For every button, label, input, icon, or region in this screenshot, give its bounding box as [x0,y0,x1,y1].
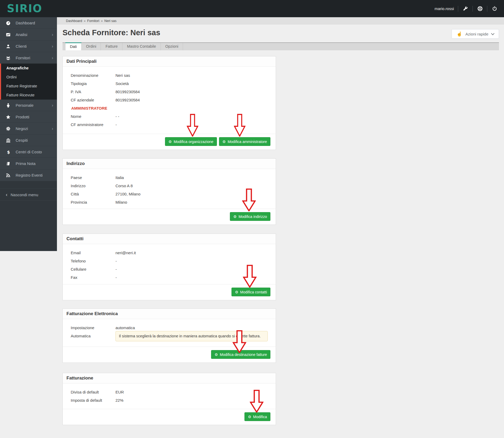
panel-dati-principali: Dati Principali Denominazione Neri sas T… [63,56,276,150]
tachometer-icon [6,21,11,25]
field-label: Fax [71,275,115,280]
breadcrumb-fornitori[interactable]: Fornitori [87,19,99,23]
sidebar-item-personale[interactable]: Personale › [0,100,57,111]
life-ring-icon[interactable] [477,6,483,12]
chevron-right-icon: › [52,56,53,60]
breadcrumb-dashboard[interactable]: Dashboard [66,19,82,23]
sidebar-item-fornitori[interactable]: Fornitori › [0,52,57,64]
chevron-down-icon [491,32,494,35]
divider [458,6,458,12]
modifica-button[interactable]: ⚙ Modifica [244,412,270,421]
field-label: Indirizzo [71,184,115,188]
quick-actions-button[interactable]: ☝ Azioni rapide [452,29,499,39]
sidebar-item-label: Analisi [16,32,52,37]
amministratore-section-heading: AMMINISTRATORE [71,106,268,110]
field-label: Email [71,251,115,255]
field-value: 80199230584 [115,98,268,102]
modifica-destinazione-fatture-button[interactable]: ⚙ Modifica destinazione fatture [211,350,270,359]
gear-icon [6,126,11,131]
header-right-toolbar: mario.rossi [435,6,504,12]
field-row: Cellulare - [71,267,268,271]
field-row: Automatica Il sistema sceglierà la desti… [71,334,268,341]
gear-icon: ⚙ [235,290,238,294]
breadcrumb-separator: » [101,19,103,23]
sidebar-item-dashboard[interactable]: Dashboard [0,17,57,29]
tab-bar: Dati Ordini Fatture Mastro Contabile Opz… [63,42,499,50]
button-label: Modifica indirizzo [239,215,267,218]
field-row: Fax - [71,275,268,280]
modifica-organizzazione-button[interactable]: ⚙ Modifica organizzazione [165,137,217,146]
gear-icon: ⚙ [168,140,172,144]
submenu-item-fatture-registrate[interactable]: Fatture Registrate [1,82,57,91]
quick-actions-label: Azioni rapide [465,32,488,36]
app-logo[interactable]: SIRIO [0,0,57,17]
field-value: - [115,122,268,127]
breadcrumb: Dashboard » Fornitori » Neri sas [57,17,504,25]
field-label: CF aziendale [71,98,115,102]
sidebar-item-prodotti[interactable]: Prodotti [0,111,57,123]
gear-icon: ⚙ [248,415,251,419]
logged-user-name[interactable]: mario.rossi [435,6,454,11]
page-title: Scheda Fornitore: Neri sas [63,28,160,38]
field-row: Tipologia Società [71,81,268,86]
sidebar-item-centri-di-costo[interactable]: $ Centri di Costo [0,146,57,158]
chevron-right-icon: › [52,126,53,131]
field-label: Telefono [71,259,115,263]
field-row: Email neri@neri.it [71,251,268,255]
gear-icon: ⚙ [215,353,218,356]
submenu-item-ordini[interactable]: Ordini [1,73,57,82]
power-icon[interactable] [491,6,498,12]
field-value: 27100, Milano [115,192,268,196]
tab-fatture[interactable]: Fatture [101,43,122,50]
chevron-right-icon: › [52,103,53,108]
modifica-amministratore-button[interactable]: ⚙ Modifica amministratore [219,137,270,146]
field-label: Tipologia [71,81,115,86]
field-row: Denominazione Neri sas [71,73,268,78]
field-row: Nome - - [71,114,268,119]
gear-icon: ⚙ [222,140,226,144]
sidebar-item-label: Centri di Costo [16,150,53,154]
sidebar-item-registro-eventi[interactable]: Registro Eventi [0,169,57,181]
panel-title: Fatturazione [63,373,276,383]
tab-mastro-contabile[interactable]: Mastro Contabile [122,43,161,50]
field-value: Neri sas [115,73,268,78]
top-header: SIRIO mario.rossi [0,0,504,17]
modifica-indirizzo-button[interactable]: ⚙ Modifica indirizzo [230,212,270,221]
field-row: Provincia Milano [71,200,268,204]
field-label: Automatica [71,334,115,341]
sidebar-item-clienti[interactable]: Clienti › [0,41,57,52]
hide-menu-label: Nascondi menu [11,193,38,197]
sidebar-item-cespiti[interactable]: Cespiti [0,135,57,146]
fornitori-submenu: Anagrafiche Ordini Fatture Registrate Fa… [0,64,57,100]
field-label: Impostazione [71,325,115,330]
panel-title: Contatti [63,234,276,244]
sidebar-item-negozi[interactable]: Negozi › [0,123,57,135]
field-row: Indirizzo Corso A 8 [71,184,268,188]
field-value: Italia [115,175,268,180]
person-icon [6,103,11,108]
chevron-right-icon: › [52,32,53,37]
panel-indirizzo: Indirizzo Paese Italia Indirizzo Corso A… [63,158,276,225]
tab-ordini[interactable]: Ordini [82,43,101,50]
tab-dati[interactable]: Dati [65,42,82,50]
sidebar-item-analisi[interactable]: Analisi › [0,29,57,41]
field-value: - [115,259,268,263]
submenu-item-anagrafiche[interactable]: Anagrafiche [1,64,57,73]
sidebar-item-prima-nota[interactable]: Prima Nota [0,158,57,169]
sidebar-nav: Dashboard Analisi › Clienti › Fornitori … [0,17,57,251]
field-row: P. IVA 80199230584 [71,90,268,94]
modifica-contatti-button[interactable]: ⚙ Modifica contatti [231,288,270,296]
field-label: Città [71,192,115,196]
submenu-item-fatture-ricevute[interactable]: Fatture Ricevute [1,91,57,100]
bank-icon [6,138,11,143]
field-value: Corso A 8 [115,184,268,188]
panel-contatti: Contatti Email neri@neri.it Telefono - C… [63,234,276,300]
tab-opzioni[interactable]: Opzioni [161,43,183,50]
book-icon [6,161,11,166]
sidebar-item-label: Negozi [16,126,52,131]
field-value: Milano [115,200,268,204]
field-row: Paese Italia [71,175,268,180]
panel-title: Indirizzo [63,159,276,169]
hide-menu-button[interactable]: ‹ Nascondi menu [0,189,57,201]
wrench-icon[interactable] [462,6,469,12]
